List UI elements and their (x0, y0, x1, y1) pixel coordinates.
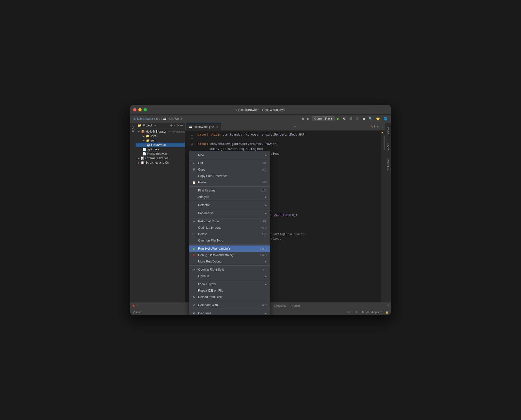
forward-button[interactable]: ▶ (306, 116, 311, 121)
run-button[interactable]: ▶ (336, 116, 340, 121)
search-button[interactable]: 🔍 (368, 116, 373, 121)
menu-item-debug[interactable]: 🐞 Debug 'HelloWorld.main()' ⇧⌘D (189, 252, 270, 258)
open-right-split-shortcut: ⇧↵ (262, 268, 267, 271)
separator-7 (189, 265, 270, 266)
expand-button[interactable]: ∧ (377, 125, 379, 128)
sciview-panel-tab[interactable]: SciView (386, 141, 390, 153)
menu-item-open-right-split[interactable]: ⇧↩ Open in Right Split ⇧↵ (189, 266, 270, 273)
build-button[interactable]: ⚙ (342, 116, 347, 121)
menu-item-local-history[interactable]: Local History ▶ (189, 281, 270, 287)
menu-item-copy[interactable]: ⎘ Copy ⌘C (189, 166, 270, 173)
collapse-all-button[interactable]: ≡ (174, 124, 175, 127)
menu-item-reformat[interactable]: ≡ Reformat Code ⌥⌘L (189, 218, 270, 225)
tree-item-external-libs[interactable]: ▶ 📊 External Libraries (136, 156, 185, 160)
paste-label: Paste (198, 181, 260, 184)
refactor-label: Refactor (198, 203, 262, 207)
current-file-chevron: ▾ (331, 117, 332, 121)
delete-label: Delete... (198, 232, 260, 236)
database-panel-tab[interactable]: Database (386, 124, 390, 138)
tree-item-gitignore[interactable]: 📄 .gitignore (136, 147, 185, 152)
menu-item-refactor[interactable]: Refactor ▶ (189, 202, 270, 208)
cursor-position[interactable]: 13:1 (347, 311, 352, 314)
vertical-scrollbar[interactable] (383, 131, 385, 302)
find-usages-icon (192, 189, 196, 192)
optimize-icon (192, 226, 196, 230)
browser-button[interactable]: 🌐 (382, 116, 388, 121)
menu-item-analyze[interactable]: Analyze ▶ (189, 194, 270, 200)
project-panel-tab[interactable]: Project (131, 124, 135, 135)
coverage-button[interactable]: ☰ (348, 116, 353, 121)
menu-item-override-file-type[interactable]: Override File Type (189, 237, 270, 244)
separator-10 (189, 309, 270, 309)
tab-more-button[interactable]: ⋯ (292, 124, 300, 129)
right-panel-tabs: Database SciView Notifications (385, 123, 391, 302)
maximize-button[interactable] (144, 108, 147, 111)
notifications-panel-tab[interactable]: Notifications (386, 156, 390, 173)
menu-item-compare[interactable]: ⊕ Compare With... ⌘D (189, 302, 270, 308)
tab-close-button[interactable]: ✕ (216, 125, 218, 128)
reload-disk-label: Reload from Disk (198, 295, 267, 299)
more-options-button[interactable]: ⋮ (380, 125, 383, 128)
current-file-button[interactable]: Current File ▾ (312, 116, 335, 121)
copy-label: Copy (198, 168, 260, 171)
expand-panels-button[interactable]: □ (387, 304, 389, 308)
encoding[interactable]: UTF-8 (361, 311, 369, 314)
bookmarks-panel-tab[interactable]: 🔖 (132, 304, 135, 307)
more-run-icon (192, 260, 196, 263)
tree-hide-button[interactable]: — (180, 124, 183, 127)
scrollbar-thumb[interactable] (384, 136, 385, 150)
open-right-split-icon: ⇧↩ (192, 268, 196, 272)
editor-tab-helloworld[interactable]: ☕ HelloWorld.java ✕ (186, 123, 221, 131)
line-ending[interactable]: LF (355, 311, 358, 314)
services-tab[interactable]: Services (272, 304, 288, 308)
tree-item-hellojxbrowse[interactable]: 📄 HelloJxBrowse (136, 152, 185, 156)
repair-ide-icon (192, 289, 196, 293)
ai-button[interactable]: ⭐ (375, 116, 381, 121)
locate-file-button[interactable]: ⊕ (170, 124, 173, 127)
context-menu: New ▶ ✂ Cut ⌘X ⎘ Copy ⌘C Copy Path/Refer… (189, 151, 270, 315)
tree-item-src[interactable]: ▼ 📁 src (136, 138, 185, 143)
copy-icon: ⎘ (192, 168, 196, 172)
minimize-button[interactable] (138, 108, 142, 111)
menu-item-copy-path[interactable]: Copy Path/Reference... (189, 173, 270, 179)
menu-item-more-run[interactable]: More Run/Debug ▶ (189, 258, 270, 265)
breadcrumb-sep2: › (161, 117, 162, 121)
project-dropdown-icon[interactable]: ▾ (154, 124, 156, 127)
menu-item-new[interactable]: New ▶ (189, 152, 270, 158)
warning-indicator[interactable]: ⚠ 1 (371, 125, 375, 128)
menu-item-run[interactable]: ▶ Run 'HelloWorld.main()' ⇧⌘R (189, 245, 270, 252)
diagrams-label: Diagrams (198, 312, 262, 315)
debug-icon: 🐞 (192, 253, 196, 257)
menu-item-reload-disk[interactable]: ↻ Reload from Disk (189, 294, 270, 300)
tree-item-root[interactable]: ▼ 📦 HelloJxBrowser ~/Projects/HelloJxBro… (136, 129, 185, 134)
structure-panel-tab[interactable]: ≡ (137, 304, 138, 307)
stop-button[interactable]: ◼ (361, 116, 366, 121)
separator-5 (189, 217, 270, 217)
menu-item-diagrams[interactable]: ⊞ Diagrams ▶ (189, 310, 270, 315)
tree-item-helloworld[interactable]: ☕ HelloWorld (136, 143, 185, 147)
reformat-label: Reformat Code (198, 220, 257, 223)
tree-item-scratches[interactable]: ▶ 📋 Scratches and Cc (136, 160, 185, 165)
timer-button[interactable]: ⏱ (355, 116, 360, 121)
profiler-tab[interactable]: Profiler (289, 304, 302, 308)
bookmarks-label: Bookmarks (198, 211, 262, 215)
menu-item-bookmarks[interactable]: Bookmarks ▶ (189, 210, 270, 216)
find-usages-shortcut: ⌥F7 (260, 189, 267, 192)
breadcrumb-src[interactable]: src (156, 117, 160, 121)
menu-item-find-usages[interactable]: Find Usages ⌥F7 (189, 187, 270, 194)
menu-item-optimize[interactable]: Optimize Imports ^⌥O (189, 225, 270, 231)
indent-info[interactable]: 4 spaces (372, 311, 382, 314)
menu-item-delete[interactable]: ⌫ Delete... ⌫ (189, 231, 270, 237)
error-stripe (381, 131, 383, 302)
menu-item-repair-ide[interactable]: Repair IDE on File (189, 287, 270, 294)
back-button[interactable]: ◀ (300, 116, 305, 121)
git-branch[interactable]: ⎇ main (132, 311, 142, 314)
menu-item-cut[interactable]: ✂ Cut ⌘X (189, 160, 270, 166)
menu-item-paste[interactable]: 📋 Paste ⌘V (189, 179, 270, 186)
close-button[interactable] (133, 108, 136, 111)
tree-item-idea[interactable]: ▶ 📁 .idea (136, 134, 185, 138)
menu-item-open-in[interactable]: Open In ▶ (189, 273, 270, 279)
breadcrumb-project[interactable]: HelloJxBrowser (133, 117, 153, 121)
tree-settings-button[interactable]: ⚙ (176, 124, 179, 127)
compare-icon: ⊕ (192, 303, 196, 307)
